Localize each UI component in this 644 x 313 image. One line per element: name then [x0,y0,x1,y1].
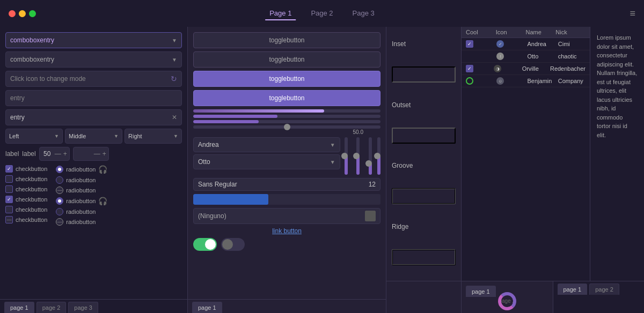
v-slider-2[interactable] [356,137,360,175]
combo-andrea[interactable]: Andrea ▼ [193,137,340,152]
spinner-plus-2[interactable]: + [103,150,106,158]
row-name-2: Otto [528,53,555,59]
radiobutton-label-3: radiobutton [66,187,96,193]
bottom-tab-right-page2[interactable]: page 2 [589,284,619,295]
bottom-tabs-left: page 1 page 2 page 3 [0,299,187,313]
v-slider-3[interactable] [369,137,372,175]
radio-6[interactable] [56,218,63,226]
tab-page2[interactable]: Page 2 [306,7,337,20]
combo-plain-arrow[interactable]: ▼ [172,57,177,63]
link-button[interactable]: link button [193,227,380,235]
checkbox-4[interactable] [5,196,13,203]
color-picker-row[interactable]: (Ninguno) [193,208,380,224]
dropdown-right-arrow: ▼ [173,133,178,139]
entry-plain[interactable]: entry [5,90,182,106]
check-radio-grid: checkbutton checkbutton checkbutton chec… [5,165,182,226]
table-row: ! Otto chaotic [462,50,590,63]
bottom-tab-right-page1[interactable]: page 1 [558,284,588,295]
combo-otto-arrow[interactable]: ▼ [330,159,335,165]
radio-5[interactable] [56,208,63,215]
dropdown-middle[interactable]: Middle ▼ [65,129,122,144]
checkbutton-4[interactable]: checkbutton [5,196,47,203]
titlebar: Page 1 Page 2 Page 3 ≡ [0,0,644,27]
toggle-btn-3[interactable]: togglebutton [193,71,380,87]
bottom-tabs-mid: page 1 [188,299,386,313]
refresh-icon[interactable]: ↻ [171,74,177,83]
combo-entry-input-1[interactable] [10,36,172,44]
slider-track-1[interactable]: 50 % [193,109,380,113]
close-button[interactable] [9,10,16,17]
bottom-tab-mid2-page1[interactable]: page 1 [466,286,496,297]
tab-page3[interactable]: Page 3 [348,7,379,20]
radiobutton-1[interactable]: radiobutton 🎧 [56,165,107,174]
v-slider-4[interactable] [377,137,380,175]
spinner-1[interactable]: 50 — + [39,147,70,161]
bottom-tab-left-page1[interactable]: page 1 [4,302,34,313]
radiobutton-5[interactable]: radiobutton [56,208,107,215]
dropdown-right[interactable]: Right ▼ [125,129,182,144]
radiobutton-column: radiobutton 🎧 radiobutton radiobutton ra… [56,165,107,226]
checkbutton-2[interactable]: checkbutton [5,175,47,183]
toggle-btn-4[interactable]: togglebutton [193,90,380,106]
checkbox-1[interactable] [5,165,13,173]
checkbox-2[interactable] [5,175,13,183]
radio-2[interactable] [56,176,63,184]
slider-track-3[interactable] [193,120,380,123]
tab-page1[interactable]: Page 1 [265,7,296,20]
main-content: ▼ comboboxentry ▼ Click icon to change m… [0,27,644,313]
radiobutton-6[interactable]: radiobutton [56,218,107,226]
radiobutton-2[interactable]: radiobutton [56,176,107,184]
bottom-tab-left-page2[interactable]: page 2 [36,302,67,313]
font-family: Sans Regular [198,181,237,188]
radiobutton-3[interactable]: radiobutton [56,187,107,194]
tree-table-header: Cool Icon Name Nick [462,27,590,38]
row-icon-3: ◑ [494,65,518,72]
bottom-right-row: page 1 page 2 page 1 page 2 [386,281,644,313]
cool-check-3[interactable]: ✓ [466,65,473,72]
checkbutton-6[interactable]: checkbutton [5,216,47,223]
spinner-minus-2[interactable]: — [94,150,100,158]
dropdown-left[interactable]: Left ▼ [5,129,63,144]
checkbutton-5[interactable]: checkbutton [5,206,47,213]
bottom-tab-mid-page1[interactable]: page 1 [192,302,222,313]
row-nick-3: Redenbacher [550,65,586,72]
bottom-tab-left-page3[interactable]: page 3 [68,302,98,313]
outset-label: Outset [392,101,456,109]
toggle-switch-off[interactable] [221,238,245,251]
combo-entry-1[interactable]: ▼ [5,32,182,48]
entry-clear[interactable]: entry ✕ [5,109,182,125]
slider-track-4[interactable] [193,125,380,129]
combo-andrea-label: Andrea [198,141,219,148]
spinner-2[interactable]: — + [73,147,109,161]
cool-check-1[interactable]: ✓ [466,40,473,48]
toggle-btn-1[interactable]: togglebutton [193,32,380,48]
checkbox-3[interactable] [5,185,13,193]
slider-track-2[interactable] [193,115,380,118]
spinner-plus-1[interactable]: + [63,150,67,158]
combo-plain[interactable]: comboboxentry ▼ [5,51,182,68]
radiobutton-4[interactable]: radiobutton 🎧 [56,197,107,205]
combo-andrea-arrow[interactable]: ▼ [330,142,335,148]
hamburger-menu[interactable]: ≡ [630,8,635,19]
toggle-switch-on[interactable] [193,238,217,251]
checkbox-6[interactable] [5,216,13,223]
combo-arrow-1[interactable]: ▼ [172,38,177,43]
color-swatch[interactable] [365,211,376,221]
checkbutton-1[interactable]: checkbutton [5,165,47,173]
radio-4[interactable] [56,197,63,205]
checkbutton-3[interactable]: checkbutton [5,185,47,193]
maximize-button[interactable] [29,10,36,17]
toggle-btn-2[interactable]: togglebutton [193,51,380,68]
col-cool: Cool [466,29,496,35]
radio-1[interactable] [56,166,63,173]
entry-clear-label: entry [10,114,25,121]
minimize-button[interactable] [19,10,26,17]
v-slider-1[interactable] [345,137,348,175]
inset-border [392,66,456,83]
sliders-area: 50 % [193,109,380,129]
combo-otto[interactable]: Otto ▼ [193,154,340,169]
radio-3[interactable] [56,187,63,194]
checkbox-5[interactable] [5,206,13,213]
spinner-minus-1[interactable]: — [55,150,61,158]
clear-button[interactable]: ✕ [172,114,177,121]
